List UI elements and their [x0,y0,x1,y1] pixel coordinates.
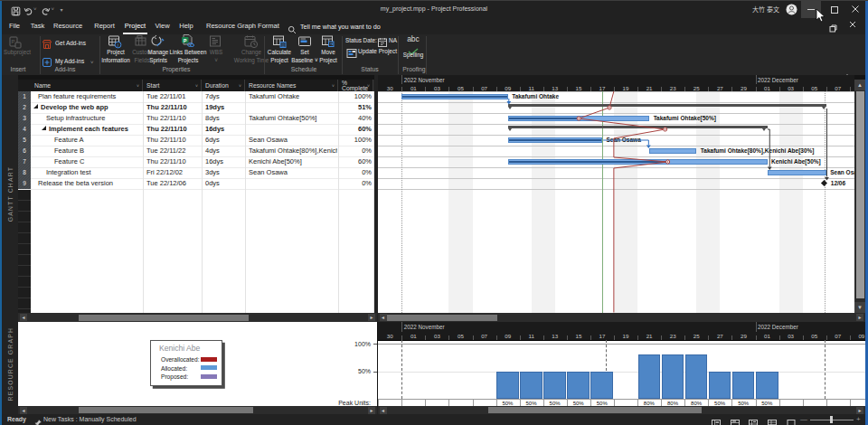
cell-name[interactable]: Develop the web app [31,102,144,112]
person-icon[interactable] [786,3,797,19]
column-header-duration[interactable]: Duration˅ [202,80,245,91]
gantt-hscrollbar-left-icon[interactable]: ◄ [380,314,387,321]
cell-start[interactable]: Fri 22/12/02 [146,167,200,177]
cell-name[interactable]: Feature B [31,146,165,156]
cell-resources[interactable] [249,124,337,134]
timescale[interactable]: 2022 November 2022 December3001030507091… [378,75,855,91]
zoom-out-icon[interactable]: — [800,415,807,423]
cell-name[interactable]: Release the beta version [31,178,148,188]
cell-name[interactable]: Feature C [31,156,165,166]
gantt-task-bar[interactable] [508,137,602,143]
maximize-button[interactable] [824,0,844,18]
cell-name[interactable]: Feature A [31,135,165,145]
cell-pct-complete[interactable]: 60% [338,124,372,134]
tab-file[interactable]: File [7,18,22,34]
column-header--complete[interactable]: %Complete˅ [338,80,373,91]
cell-name[interactable]: Plan feature requirements [31,91,148,101]
column-filter-icon[interactable]: ˅ [239,83,241,89]
resource-sheet-view-icon[interactable] [768,416,777,425]
user-name[interactable]: 大竹 泰文 [752,5,783,14]
cell-start[interactable]: Thu 22/11/10 [146,102,200,112]
cell-pct-complete[interactable]: 40% [338,113,372,123]
legend-hscrollbar-thumb[interactable] [79,407,253,413]
cell-resources[interactable] [249,178,337,188]
resource-graph-bar[interactable] [732,372,755,400]
gantt-task-bar[interactable] [401,94,507,99]
gantt-task-bar[interactable] [508,159,768,165]
gantt-task-bar[interactable] [649,148,696,154]
store-icon[interactable] [42,37,52,53]
cell-pct-complete[interactable]: 60% [338,156,372,166]
update-project-icon[interactable] [346,46,357,62]
zoom-in-icon[interactable]: + [856,415,861,423]
gantt-hscrollbar-thumb[interactable] [387,315,497,321]
vscroll-thumb[interactable] [856,91,864,298]
doc-close-button[interactable] [846,18,859,34]
cell-duration[interactable]: 7dys [205,91,243,101]
cell-duration[interactable]: 0dys [205,178,243,188]
gantt-summary-bar[interactable] [508,126,768,128]
collapse-triangle-icon[interactable] [33,104,38,109]
get-addins-button[interactable]: Get Add-ins [55,40,86,46]
cell-resources[interactable]: Takafumi Ohtake[50%] [249,113,337,123]
team-planner-view-icon[interactable] [749,416,758,425]
tab-project[interactable]: Project [123,18,147,34]
close-button[interactable] [845,0,865,18]
vscroll-down-icon[interactable]: ▼ [854,302,865,313]
cell-duration[interactable]: 16dys [205,124,243,134]
tab-resource[interactable]: Resource [53,18,81,34]
vscroll-up-icon[interactable]: ▲ [854,80,865,90]
tab-view[interactable]: View [155,18,170,34]
view-bar-resource-graph[interactable]: RESOURCE GRAPH [2,322,18,407]
cell-duration[interactable]: 16dys [205,156,243,166]
tab-report[interactable]: Report [93,18,116,34]
tab-task[interactable]: Task [30,18,45,34]
search-input[interactable]: Tell me what you want to do [300,23,381,31]
column-filter-icon[interactable]: ˅ [137,83,139,89]
cell-pct-complete[interactable]: 100% [338,91,372,101]
resource-graph-bar[interactable] [685,354,708,399]
cell-pct-complete[interactable]: 51% [338,102,372,112]
cell-name[interactable]: Integration test [31,167,156,177]
timescale[interactable]: 2022 November 2022 December3001030507091… [378,322,865,340]
resource-graph-bar[interactable] [520,372,542,400]
gantt-task-bar[interactable] [768,170,826,175]
cell-resources[interactable]: Sean Osawa [249,167,337,177]
resource-graph-bar[interactable] [590,372,613,400]
pin-icon[interactable] [33,415,42,425]
column-header-resource-names[interactable]: Resource Names˅ [245,80,338,91]
tab-help[interactable]: Help [178,18,194,34]
cell-start[interactable]: Thu 22/11/10 [146,156,200,166]
gantt-hscrollbar-right-icon[interactable]: ► [856,314,863,321]
collapse-triangle-icon[interactable] [42,126,46,130]
restore-icon[interactable] [829,20,837,36]
column-filter-icon[interactable]: ˅ [195,83,198,89]
cell-start[interactable]: Tue 22/11/01 [146,91,200,101]
view-bar-gantt-chart[interactable]: GANTT CHART [2,75,18,313]
cell-resources[interactable]: Kenichi Abe[50%] [249,156,337,166]
resource-graph-bar[interactable] [543,372,566,400]
cell-resources[interactable]: Takafumi Ohtake [249,91,337,101]
cell-resources[interactable]: Sean Osawa [249,135,337,145]
cell-resources[interactable] [249,102,337,112]
report-view-icon[interactable] [787,416,796,425]
cell-name[interactable]: Implement each features [31,124,152,134]
cell-pct-complete[interactable]: 0% [338,178,372,188]
column-filter-icon[interactable]: ˅ [332,83,335,89]
resource-graph-bar[interactable] [756,372,778,400]
cell-duration[interactable]: 19dys [205,102,243,112]
status-new-tasks[interactable]: New Tasks : Manually Scheduled [43,416,137,422]
zoom-slider-thumb[interactable] [830,416,833,423]
update-project-button[interactable]: Update Project [358,48,397,54]
resource-graph-bar[interactable] [496,372,519,400]
cell-duration[interactable]: 8dys [205,113,243,123]
cell-resources[interactable]: Takafumi Ohtake[80%],Kenichi Abe[30%] [249,146,337,156]
gantt-summary-bar[interactable] [508,104,826,107]
gantt-task-bar[interactable] [508,116,649,121]
column-header-name[interactable]: Name˅ [31,80,143,91]
task-usage-view-icon[interactable] [731,416,740,425]
resource-graph-bar[interactable] [638,354,661,399]
resource-graph-bar[interactable] [709,372,731,400]
cell-start[interactable]: Thu 22/11/10 [146,113,200,123]
gantt-milestone-icon[interactable] [821,180,827,186]
